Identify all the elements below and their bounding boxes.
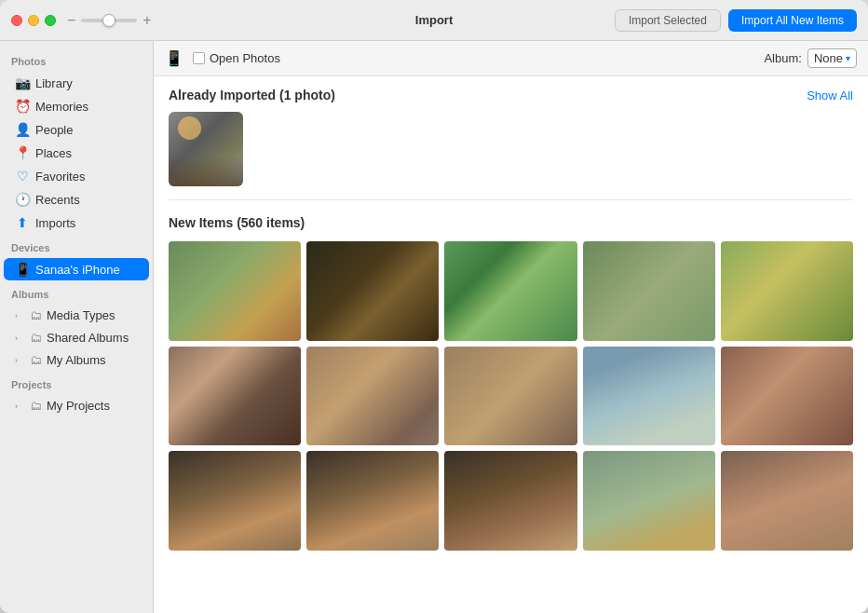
media-types-chevron: › [15, 311, 24, 320]
photos-scroll-area[interactable]: Already Imported (1 photo) Show All New … [154, 76, 868, 613]
sidebar-item-people-label: People [35, 123, 138, 137]
open-photos-checkbox[interactable] [193, 52, 205, 64]
photos-section-label: Photos [0, 48, 153, 71]
zoom-thumb [102, 14, 115, 27]
main-content: 📱 Open Photos Album: None ▾ Already [154, 41, 868, 613]
window-title: Import [415, 13, 453, 27]
my-albums-label: My Albums [47, 353, 106, 367]
sidebar-item-recents[interactable]: 🕐 Recents [4, 188, 149, 211]
show-all-link[interactable]: Show All [807, 89, 853, 102]
photo-cell[interactable] [721, 347, 853, 446]
media-types-icon: 🗂 [28, 308, 43, 322]
photo-cell[interactable] [444, 451, 576, 551]
devices-section-label: Devices [0, 235, 153, 257]
media-types-label: Media Types [47, 308, 115, 322]
sidebar-item-imports-label: Imports [35, 216, 138, 230]
import-selected-button[interactable]: Import Selected [615, 9, 721, 32]
photo-cell[interactable] [583, 241, 715, 341]
titlebar: − + Import Import Selected Import All Ne… [0, 0, 868, 41]
content-area: Photos 📷 Library ⏰ Memories 👤 People 📍 P… [0, 41, 868, 613]
album-dropdown-arrow-icon: ▾ [846, 53, 850, 63]
open-photos-control[interactable]: Open Photos [193, 51, 280, 65]
sidebar-group-my-albums[interactable]: › 🗂 My Albums [4, 349, 149, 371]
imports-icon: ⬆ [15, 215, 30, 230]
photo-cell[interactable] [169, 451, 301, 551]
sidebar-item-favorites-label: Favorites [35, 170, 138, 184]
sidebar-item-library-label: Library [35, 76, 138, 90]
shared-albums-label: Shared Albums [47, 331, 129, 345]
my-albums-icon: 🗂 [28, 353, 43, 367]
already-imported-row [169, 112, 853, 200]
sidebar-item-favorites[interactable]: ♡ Favorites [4, 165, 149, 187]
phone-device-icon: 📱 [165, 49, 183, 67]
sidebar: Photos 📷 Library ⏰ Memories 👤 People 📍 P… [0, 41, 154, 613]
photo-cell[interactable] [306, 451, 439, 551]
sidebar-item-people[interactable]: 👤 People [4, 118, 149, 141]
photo-cell[interactable] [444, 241, 576, 341]
photo-cell[interactable] [169, 347, 301, 446]
photo-cell[interactable] [169, 241, 301, 341]
projects-section-label: Projects [0, 372, 153, 394]
memories-icon: ⏰ [15, 99, 30, 114]
sidebar-item-memories-label: Memories [35, 100, 138, 114]
sidebar-item-recents-label: Recents [35, 193, 138, 207]
sidebar-device-label: Sanaa's iPhone [35, 263, 138, 277]
new-items-title: New Items (560 items) [169, 215, 305, 230]
photo-cell[interactable] [306, 241, 439, 341]
minimize-button[interactable] [28, 15, 39, 26]
already-photo-overlay [169, 157, 243, 186]
sidebar-item-memories[interactable]: ⏰ Memories [4, 95, 149, 117]
import-all-button[interactable]: Import All New Items [728, 9, 857, 32]
photo-cell[interactable] [721, 451, 853, 551]
sidebar-group-shared-albums[interactable]: › 🗂 Shared Albums [4, 327, 149, 348]
shared-albums-icon: 🗂 [28, 331, 43, 345]
recents-icon: 🕐 [15, 192, 30, 207]
album-dropdown[interactable]: None ▾ [807, 48, 857, 68]
photo-cell[interactable] [583, 451, 715, 551]
already-imported-title: Already Imported (1 photo) [169, 88, 335, 102]
photo-cell[interactable] [583, 347, 715, 446]
sidebar-item-places[interactable]: 📍 Places [4, 142, 149, 164]
photo-cell[interactable] [444, 347, 576, 446]
already-imported-photo[interactable] [169, 112, 243, 186]
sidebar-group-media-types[interactable]: › 🗂 Media Types [4, 305, 149, 326]
zoom-in-button[interactable]: + [142, 13, 151, 28]
iphone-icon: 📱 [15, 262, 30, 277]
sidebar-item-imports[interactable]: ⬆ Imports [4, 211, 149, 234]
app-window: − + Import Import Selected Import All Ne… [0, 0, 868, 613]
open-photos-label: Open Photos [210, 51, 280, 65]
zoom-control: − + [67, 13, 152, 28]
maximize-button[interactable] [45, 15, 56, 26]
photo-grid [169, 241, 853, 551]
favorites-icon: ♡ [15, 169, 30, 184]
photo-cell[interactable] [721, 241, 853, 341]
zoom-out-button[interactable]: − [67, 13, 75, 28]
my-projects-chevron: › [15, 402, 24, 411]
zoom-slider[interactable] [81, 19, 137, 22]
library-icon: 📷 [15, 75, 30, 90]
sidebar-item-library[interactable]: 📷 Library [4, 72, 149, 94]
close-button[interactable] [11, 15, 22, 26]
my-projects-icon: 🗂 [28, 399, 43, 413]
already-imported-header: Already Imported (1 photo) Show All [169, 88, 853, 102]
sidebar-group-my-projects[interactable]: › 🗂 My Projects [4, 395, 149, 416]
shared-albums-chevron: › [15, 334, 24, 343]
import-toolbar: 📱 Open Photos Album: None ▾ [154, 41, 868, 76]
places-icon: 📍 [15, 145, 30, 160]
photo-cell[interactable] [306, 347, 439, 446]
my-projects-label: My Projects [47, 399, 110, 413]
sidebar-item-device[interactable]: 📱 Sanaa's iPhone [4, 258, 149, 280]
album-label: Album: [764, 51, 801, 65]
sidebar-item-places-label: Places [35, 146, 138, 160]
titlebar-buttons: Import Selected Import All New Items [615, 9, 857, 32]
album-section: Album: None ▾ [764, 48, 857, 68]
albums-section-label: Albums [0, 281, 153, 304]
traffic-lights [11, 15, 56, 26]
my-albums-chevron: › [15, 356, 24, 365]
new-items-header: New Items (560 items) [169, 215, 853, 230]
album-value: None [814, 51, 843, 65]
people-icon: 👤 [15, 122, 30, 137]
